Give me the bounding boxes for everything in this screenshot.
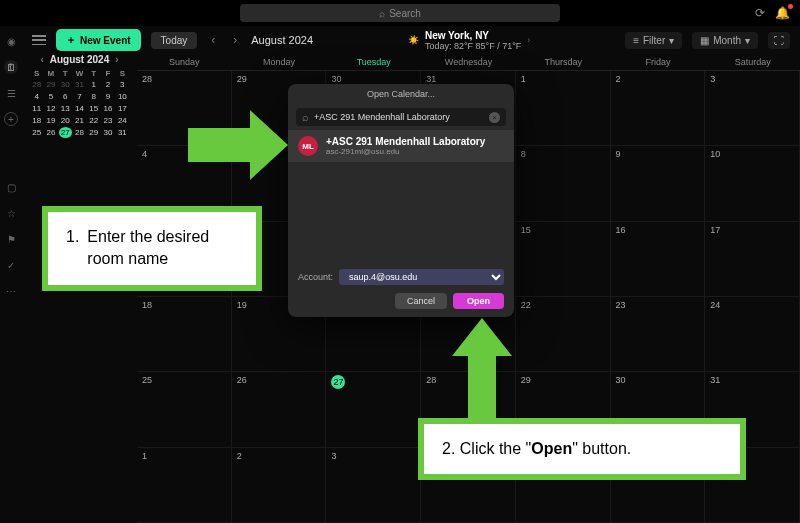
chevron-down-icon: ▾ — [745, 35, 750, 46]
mini-day[interactable]: 13 — [59, 103, 72, 114]
mini-header: ‹ August 2024 › — [30, 54, 129, 65]
mini-day[interactable]: 23 — [101, 115, 114, 126]
mini-day[interactable]: 24 — [116, 115, 129, 126]
mini-day[interactable]: 7 — [73, 91, 86, 102]
dialog-search-input[interactable] — [314, 112, 484, 122]
calendar-cell[interactable]: 2 — [611, 71, 706, 146]
callout-2-bold: Open — [531, 440, 572, 457]
calendar-cell[interactable]: 23 — [611, 297, 706, 372]
rail-item-calendar[interactable]: 🗓 — [4, 60, 18, 74]
calendar-cell[interactable]: 24 — [705, 297, 800, 372]
rail-item-8[interactable]: ✓ — [4, 258, 18, 272]
toolbar: ＋ New Event Today ‹ › August 2024 ☀️ New… — [22, 26, 800, 54]
dow-cell: Monday — [232, 54, 327, 70]
mini-day[interactable]: 18 — [30, 115, 43, 126]
calendar-cell[interactable]: 17 — [705, 222, 800, 297]
account-row: Account: saup.4@osu.edu — [288, 265, 514, 289]
rail-item-more[interactable]: ⋯ — [4, 284, 18, 298]
today-button[interactable]: Today — [151, 32, 198, 49]
rail-item-7[interactable]: ⚑ — [4, 232, 18, 246]
calendar-cell[interactable]: 16 — [611, 222, 706, 297]
calendar-cell[interactable]: 26 — [232, 372, 327, 447]
global-search[interactable]: ⌕ Search — [240, 4, 560, 22]
new-event-button[interactable]: ＋ New Event — [56, 29, 141, 51]
callout-arrow-up — [452, 318, 512, 420]
mini-day[interactable]: 11 — [30, 103, 43, 114]
mini-day[interactable]: 28 — [30, 79, 43, 90]
callout-2-text-after: " button. — [572, 440, 631, 457]
mini-day[interactable]: 16 — [101, 103, 114, 114]
mini-day[interactable]: 17 — [116, 103, 129, 114]
mini-day[interactable]: 9 — [101, 91, 114, 102]
callout-2-num: 2. — [442, 440, 455, 457]
prev-month-icon[interactable]: ‹ — [207, 33, 219, 47]
dow-cell: Thursday — [516, 54, 611, 70]
mini-day[interactable]: 1 — [87, 79, 100, 90]
account-label: Account: — [298, 272, 333, 282]
bell-icon[interactable]: 🔔 — [775, 6, 790, 20]
chevron-down-icon: ▾ — [669, 35, 674, 46]
rail-item-add[interactable]: + — [4, 112, 18, 126]
calendar-cell[interactable]: 27 — [326, 372, 421, 447]
open-button[interactable]: Open — [453, 293, 504, 309]
rail-item-6[interactable]: ☆ — [4, 206, 18, 220]
callout-1: 1. Enter the desired room name — [42, 206, 262, 291]
mini-prev-icon[interactable]: ‹ — [40, 54, 43, 65]
calendar-cell[interactable]: 22 — [516, 297, 611, 372]
mini-day[interactable]: 19 — [44, 115, 57, 126]
mini-day[interactable]: 27 — [59, 127, 72, 138]
calendar-cell[interactable]: 3 — [326, 448, 421, 523]
rail-item-5[interactable]: ▢ — [4, 180, 18, 194]
clear-icon[interactable]: × — [489, 112, 500, 123]
mini-day[interactable]: 10 — [116, 91, 129, 102]
mini-day[interactable]: 5 — [44, 91, 57, 102]
mini-day[interactable]: 8 — [87, 91, 100, 102]
cancel-button[interactable]: Cancel — [395, 293, 447, 309]
calendar-cell[interactable]: 18 — [137, 297, 232, 372]
rail-item-1[interactable]: ◉ — [4, 34, 18, 48]
mini-day[interactable]: 29 — [87, 127, 100, 138]
mini-day[interactable]: 15 — [87, 103, 100, 114]
calendar-cell[interactable]: 10 — [705, 146, 800, 221]
mini-day[interactable]: 20 — [59, 115, 72, 126]
calendar-cell[interactable]: 3 — [705, 71, 800, 146]
next-month-icon[interactable]: › — [229, 33, 241, 47]
calendar-cell[interactable]: 8 — [516, 146, 611, 221]
account-select[interactable]: saup.4@osu.edu — [339, 269, 504, 285]
mini-day[interactable]: 29 — [44, 79, 57, 90]
weather-widget[interactable]: ☀️ New York, NY Today: 82°F 85°F / 71°F … — [408, 30, 530, 51]
dialog-search[interactable]: ⌕ × — [296, 108, 506, 126]
mini-day[interactable]: 25 — [30, 127, 43, 138]
mini-day[interactable]: 31 — [116, 127, 129, 138]
mini-day[interactable]: 30 — [59, 79, 72, 90]
mini-day[interactable]: 30 — [101, 127, 114, 138]
mini-day[interactable]: 22 — [87, 115, 100, 126]
calendar-cell[interactable]: 2 — [232, 448, 327, 523]
search-result[interactable]: ML +ASC 291 Mendenhall Laboratory asc-29… — [288, 130, 514, 162]
mini-day[interactable]: 28 — [73, 127, 86, 138]
expand-button[interactable]: ⛶ — [768, 32, 790, 49]
filter-button[interactable]: ≡ Filter ▾ — [625, 32, 682, 49]
mini-day[interactable]: 4 — [30, 91, 43, 102]
mini-day[interactable]: 3 — [116, 79, 129, 90]
calendar-cell[interactable]: 15 — [516, 222, 611, 297]
mini-day[interactable]: 2 — [101, 79, 114, 90]
mini-day[interactable]: 14 — [73, 103, 86, 114]
mini-next-icon[interactable]: › — [115, 54, 118, 65]
mini-day[interactable]: 12 — [44, 103, 57, 114]
mini-day[interactable]: 21 — [73, 115, 86, 126]
search-icon: ⌕ — [302, 111, 309, 123]
rail-item-3[interactable]: ☰ — [4, 86, 18, 100]
mini-day[interactable]: 26 — [44, 127, 57, 138]
sync-icon[interactable]: ⟳ — [755, 6, 765, 20]
calendar-icon: ▦ — [700, 35, 709, 46]
mini-day[interactable]: 6 — [59, 91, 72, 102]
view-button[interactable]: ▦ Month ▾ — [692, 32, 758, 49]
calendar-cell[interactable]: 1 — [516, 71, 611, 146]
calendar-cell[interactable]: 9 — [611, 146, 706, 221]
mini-day[interactable]: 31 — [73, 79, 86, 90]
hamburger-icon[interactable] — [32, 35, 46, 45]
calendar-cell[interactable]: 1 — [137, 448, 232, 523]
result-name: +ASC 291 Mendenhall Laboratory — [326, 136, 485, 147]
calendar-cell[interactable]: 25 — [137, 372, 232, 447]
